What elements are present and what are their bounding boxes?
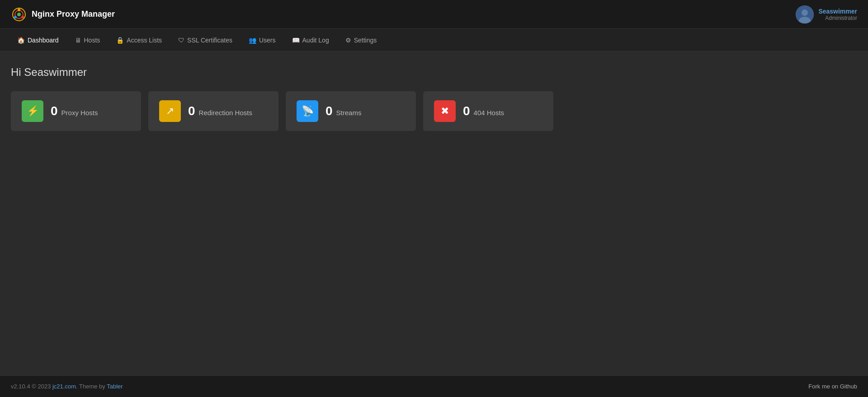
nav-item-audit-log[interactable]: 📖Audit Log bbox=[286, 33, 335, 47]
nav-label-ssl-certificates: SSL Certificates bbox=[187, 37, 232, 44]
nav-item-access-lists[interactable]: 🔒Access Lists bbox=[110, 33, 168, 47]
stat-card-streams[interactable]: 📡0Streams bbox=[286, 91, 416, 131]
nav-item-hosts[interactable]: 🖥Hosts bbox=[69, 33, 107, 47]
svg-point-3 bbox=[17, 13, 21, 16]
footer-tabler-link[interactable]: Tabler bbox=[107, 383, 123, 390]
brand[interactable]: Nginx Proxy Manager bbox=[11, 6, 115, 23]
stat-icon-404-hosts: ✖ bbox=[434, 100, 456, 122]
svg-point-5 bbox=[21, 16, 24, 19]
nav-menu: 🏠Dashboard🖥Hosts🔒Access Lists🛡SSL Certif… bbox=[0, 29, 868, 51]
greeting: Hi Seaswimmer bbox=[11, 66, 857, 79]
stat-count-proxy-hosts: 0 bbox=[51, 104, 58, 118]
svg-point-6 bbox=[14, 16, 17, 19]
stat-content-streams: 0Streams bbox=[326, 104, 361, 118]
nav-label-audit-log: Audit Log bbox=[302, 37, 329, 44]
stat-count-redirection-hosts: 0 bbox=[188, 104, 195, 118]
nav-icon-hosts: 🖥 bbox=[75, 37, 81, 44]
stat-icon-streams: 📡 bbox=[297, 100, 318, 122]
user-info: Seaswimmer Administrator bbox=[818, 8, 857, 21]
avatar bbox=[796, 5, 814, 23]
nav-label-access-lists: Access Lists bbox=[127, 37, 162, 44]
nav-icon-settings: ⚙ bbox=[345, 37, 351, 44]
stat-count-404-hosts: 0 bbox=[463, 104, 470, 118]
footer: v2.10.4 © 2023 jc21.com. Theme by Tabler… bbox=[0, 375, 868, 397]
footer-jc21-link[interactable]: jc21.com bbox=[52, 383, 76, 390]
nav-label-settings: Settings bbox=[354, 37, 377, 44]
stat-content-redirection-hosts: 0Redirection Hosts bbox=[188, 104, 252, 118]
brand-name: Nginx Proxy Manager bbox=[32, 9, 115, 19]
stat-label-streams: Streams bbox=[336, 109, 362, 117]
footer-github-link[interactable]: Fork me on Github bbox=[808, 383, 857, 390]
nav-icon-audit-log: 📖 bbox=[292, 37, 300, 44]
stat-card-redirection-hosts[interactable]: ↗0Redirection Hosts bbox=[148, 91, 278, 131]
svg-point-8 bbox=[802, 9, 808, 16]
footer-right: Fork me on Github bbox=[808, 383, 857, 390]
nav-item-settings[interactable]: ⚙Settings bbox=[339, 33, 383, 47]
footer-left: v2.10.4 © 2023 jc21.com. Theme by Tabler bbox=[11, 383, 123, 390]
stat-count-streams: 0 bbox=[326, 104, 333, 118]
nav-icon-users: 👥 bbox=[249, 37, 256, 44]
stat-content-proxy-hosts: 0Proxy Hosts bbox=[51, 104, 98, 118]
brand-logo-icon bbox=[11, 6, 27, 23]
footer-version: v2.10.4 © 2023 bbox=[11, 383, 52, 390]
main-content: Hi Seaswimmer ⚡0Proxy Hosts↗0Redirection… bbox=[0, 51, 868, 375]
user-menu[interactable]: Seaswimmer Administrator bbox=[796, 5, 857, 23]
nav-icon-access-lists: 🔒 bbox=[116, 37, 124, 44]
stat-card-404-hosts[interactable]: ✖0404 Hosts bbox=[423, 91, 553, 131]
stat-card-proxy-hosts[interactable]: ⚡0Proxy Hosts bbox=[11, 91, 141, 131]
nav-item-users[interactable]: 👥Users bbox=[242, 33, 282, 47]
nav-item-ssl-certificates[interactable]: 🛡SSL Certificates bbox=[172, 33, 239, 47]
nav-icon-dashboard: 🏠 bbox=[17, 37, 25, 44]
nav-label-users: Users bbox=[259, 37, 276, 44]
stat-label-redirection-hosts: Redirection Hosts bbox=[199, 109, 252, 117]
nav-label-hosts: Hosts bbox=[84, 37, 100, 44]
nav-label-dashboard: Dashboard bbox=[28, 37, 59, 44]
stats-grid: ⚡0Proxy Hosts↗0Redirection Hosts📡0Stream… bbox=[11, 91, 553, 131]
nav-icon-ssl-certificates: 🛡 bbox=[178, 37, 184, 44]
stat-content-404-hosts: 0404 Hosts bbox=[463, 104, 504, 118]
svg-point-4 bbox=[18, 9, 20, 11]
user-name: Seaswimmer bbox=[818, 8, 857, 15]
footer-theme-text: . Theme by bbox=[76, 383, 107, 390]
stat-icon-redirection-hosts: ↗ bbox=[159, 100, 181, 122]
navbar: Nginx Proxy Manager Seaswimmer Administr… bbox=[0, 0, 868, 29]
stat-label-proxy-hosts: Proxy Hosts bbox=[61, 109, 98, 117]
stat-label-404-hosts: 404 Hosts bbox=[474, 109, 505, 117]
stat-icon-proxy-hosts: ⚡ bbox=[22, 100, 43, 122]
nav-item-dashboard[interactable]: 🏠Dashboard bbox=[11, 33, 65, 47]
user-role: Administrator bbox=[818, 15, 857, 21]
